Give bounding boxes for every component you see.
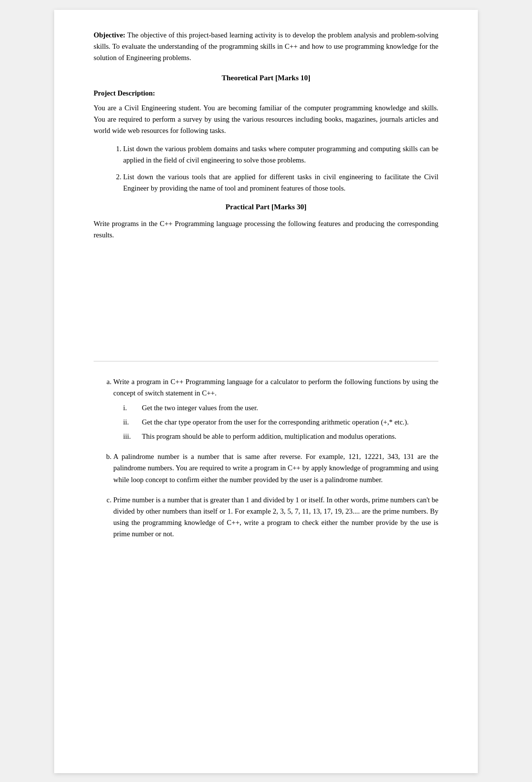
theoretical-title: Theoretical Part [Marks 10] — [94, 74, 438, 82]
spacer — [94, 248, 438, 346]
alpha-list-item-a: Write a program in C++ Programming langu… — [113, 376, 438, 442]
alpha-list-item-b: A palindrome number is a number that is … — [113, 451, 438, 486]
list-item: List down the various problem domains an… — [123, 143, 438, 166]
roman-list-a: i. Get the two integer values from the u… — [123, 402, 438, 443]
document-page: Objective: The objective of this project… — [54, 10, 478, 773]
practical-title: Practical Part [Marks 30] — [94, 203, 438, 211]
roman-list-item: ii. Get the char type operator from the … — [123, 417, 438, 428]
roman-label-ii: ii. — [123, 417, 142, 428]
project-desc-text: You are a Civil Engineering student. You… — [94, 102, 438, 137]
roman-list-item: i. Get the two integer values from the u… — [123, 402, 438, 414]
roman-label-iii: iii. — [123, 431, 142, 442]
alpha-item-c-main: Prime number is a number that is greater… — [113, 496, 438, 538]
list-item: List down the various tools that are app… — [123, 171, 438, 194]
practical-section: Write a program in C++ Programming langu… — [94, 376, 438, 540]
roman-item-i-text: Get the two integer values from the user… — [142, 402, 258, 414]
alpha-list-item-c: Prime number is a number that is greater… — [113, 494, 438, 540]
alpha-item-b-main: A palindrome number is a number that is … — [113, 453, 438, 483]
roman-label-i: i. — [123, 402, 142, 414]
objective-section: Objective: The objective of this project… — [94, 30, 438, 64]
alpha-item-a-main: Write a program in C++ Programming langu… — [113, 378, 438, 397]
project-desc-label: Project Description: — [94, 89, 438, 98]
roman-item-ii-text: Get the char type operator from the user… — [142, 417, 409, 428]
objective-text: The objective of this project-based lear… — [94, 31, 438, 62]
alpha-list: Write a program in C++ Programming langu… — [113, 376, 438, 540]
objective-label: Objective: — [94, 31, 125, 39]
roman-item-iii-text: This program should be able to perform a… — [142, 431, 397, 442]
write-programs-paragraph: Write programs in the C++ Programming la… — [94, 218, 438, 241]
roman-list-item: iii. This program should be able to perf… — [123, 431, 438, 442]
numbered-list: List down the various problem domains an… — [123, 143, 438, 194]
divider — [94, 361, 438, 361]
